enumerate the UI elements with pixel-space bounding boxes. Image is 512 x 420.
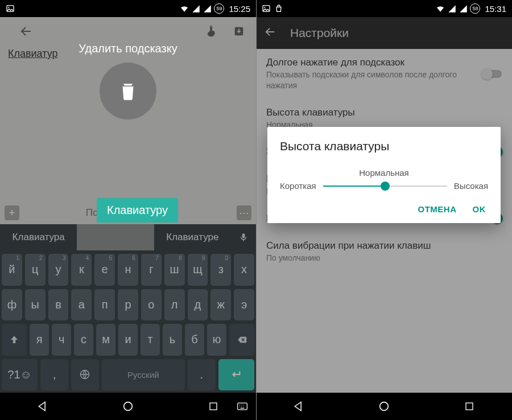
wifi-icon [436,4,445,13]
key-ь[interactable]: ь [163,324,182,356]
navbar [256,393,512,420]
key-ж[interactable]: ж [210,289,231,321]
key-backspace[interactable] [229,324,254,356]
key-comma[interactable]: , [40,359,68,391]
slider-value-label: Нормальная [280,168,488,178]
svg-rect-7 [210,403,217,410]
key-и[interactable]: и [118,324,138,356]
phone-left: 59 15:25 Клавиатур Удалить подсказку + П… [0,0,256,420]
svg-rect-4 [242,233,245,238]
key-х[interactable]: х [234,254,254,286]
footer-bar: + После 25 ⋯ Клавиатуру [0,201,256,224]
more-button[interactable]: ⋯ [237,205,251,220]
key-г[interactable]: г7 [141,254,162,286]
slider[interactable] [323,186,447,187]
nav-back-icon[interactable] [292,400,305,413]
suggestion-center[interactable] [77,224,154,250]
nav-home-icon[interactable] [121,400,135,413]
mic-button[interactable] [231,224,256,250]
wifi-icon [180,4,189,13]
key-globe[interactable] [71,359,99,391]
key-symbols[interactable]: ?1☺ [2,359,38,391]
ok-button[interactable]: OK [473,204,486,214]
slider-thumb[interactable] [381,182,390,191]
key-в[interactable]: в [48,289,69,321]
statusbar: 59 15:25 [0,0,256,17]
picture-icon [6,4,15,13]
key-а[interactable]: а [71,289,92,321]
battery-level: 58 [472,6,478,11]
key-ы[interactable]: ы [25,289,46,321]
key-з[interactable]: з0 [210,254,231,286]
key-ф[interactable]: ф [2,289,22,321]
key-м[interactable]: м [96,324,115,356]
svg-point-10 [264,7,265,8]
kb-row2: фывапролджэ [2,289,254,321]
back-icon[interactable] [17,22,35,40]
suggestion-left[interactable]: Клавиатура [0,224,77,250]
text-area[interactable]: Клавиатур Удалить подсказку [0,46,256,201]
battery-icon: 58 [470,3,480,14]
nav-home-icon[interactable] [377,400,391,413]
kb-row4: ?1☺ , Русский . [2,359,254,391]
svg-rect-8 [238,403,247,410]
svg-point-1 [8,7,9,8]
key-ш[interactable]: ш8 [164,254,185,286]
battery-level: 59 [216,6,222,11]
keyboard-height-dialog: Высота клавиатуры Нормальная Короткая Вы… [267,127,501,223]
signal-icon [447,4,456,13]
keyboard: Клавиатура Клавиатуре й1ц2у3к4е5н6г7ш8щ9… [0,224,256,393]
slider-max-label: Высокая [454,181,488,191]
kb-row1: й1ц2у3к4е5н6г7ш8щ9з0х [2,254,254,286]
nav-keyboard-icon[interactable] [236,400,249,413]
delete-hint-label: Удалить подсказку [0,42,256,55]
suggestion-bar: Клавиатура Клавиатуре [0,224,256,250]
nav-back-icon[interactable] [36,400,49,413]
key-я[interactable]: я [30,324,49,356]
clock: 15:25 [229,4,250,14]
key-й[interactable]: й1 [2,254,22,286]
key-у[interactable]: у3 [48,254,69,286]
key-period[interactable]: . [188,359,216,391]
navbar [0,393,256,420]
settings-app: Настройки Долгое нажатие для подсказокПо… [256,17,512,393]
nav-recent-icon[interactable] [463,400,476,413]
svg-rect-12 [466,403,473,410]
key-п[interactable]: п [94,289,115,321]
suggestion-right[interactable]: Клавиатуре [154,224,231,250]
dialog-title: Высота клавиатуры [280,139,488,153]
key-space[interactable]: Русский [102,359,185,391]
svg-point-6 [124,402,133,411]
key-л[interactable]: л [164,289,185,321]
key-б[interactable]: б [185,324,204,356]
touch-icon[interactable] [203,22,221,40]
add-button[interactable]: + [5,205,19,220]
key-э[interactable]: э [234,289,254,321]
signal-icon [459,4,468,13]
key-т[interactable]: т [141,324,160,356]
nav-recent-icon[interactable] [207,400,220,413]
download-icon[interactable] [230,22,248,40]
key-с[interactable]: с [74,324,93,356]
key-к[interactable]: к4 [71,254,92,286]
slider-min-label: Короткая [280,181,316,191]
key-shift[interactable] [2,324,27,356]
key-р[interactable]: р [118,289,138,321]
key-enter[interactable] [218,359,254,391]
app-body: Клавиатур Удалить подсказку + После 25 ⋯… [0,17,256,393]
key-н[interactable]: н6 [118,254,138,286]
key-е[interactable]: е5 [94,254,115,286]
signal-icon [203,4,212,13]
key-ц[interactable]: ц2 [25,254,46,286]
cancel-button[interactable]: ОТМЕНА [418,204,457,214]
suggestion-chip[interactable]: Клавиатуру [97,198,178,223]
key-ч[interactable]: ч [52,324,71,356]
trash-drop-target[interactable] [100,63,156,120]
picture-icon [262,4,271,13]
key-ю[interactable]: ю [207,324,226,356]
phone-right: 58 15:31 Настройки Долгое нажатие для по… [256,0,512,420]
key-д[interactable]: д [188,289,208,321]
key-щ[interactable]: щ9 [188,254,208,286]
statusbar: 58 15:31 [256,0,512,17]
key-о[interactable]: о [141,289,162,321]
